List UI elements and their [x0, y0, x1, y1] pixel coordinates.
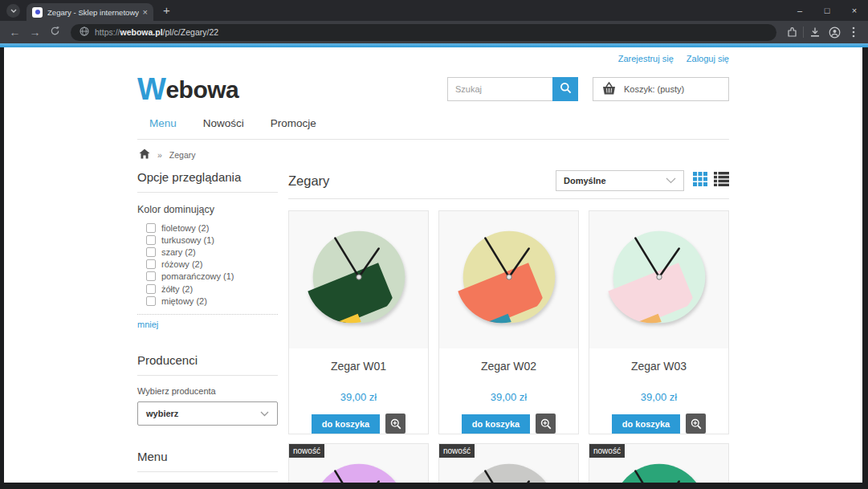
show-less-link[interactable]: mniej: [137, 320, 278, 329]
producers-title: Producenci: [137, 353, 278, 376]
checkbox[interactable]: [146, 296, 156, 306]
filters-title: Opcje przeglądania: [137, 170, 278, 193]
clock-image: [295, 217, 422, 344]
breadcrumb-current: Zegary: [169, 150, 196, 160]
quick-view-button[interactable]: [385, 414, 405, 434]
product-image-link[interactable]: [589, 211, 728, 348]
grid-view-icon[interactable]: [693, 172, 707, 189]
main-content: Zegary Domyślne: [288, 170, 729, 483]
product-name[interactable]: Zegar W01: [331, 360, 386, 373]
product-card: Zegar W0339,00 złdo koszyka: [589, 210, 729, 434]
reload-icon[interactable]: [45, 26, 65, 39]
product-price: 39,00 zł: [340, 391, 377, 403]
main-nav: MenuNowościPromocje: [137, 108, 729, 140]
clock-image: [596, 217, 723, 344]
sidebar: Opcje przeglądania Kolor dominujący fiol…: [137, 170, 278, 483]
product-name[interactable]: Zegar W02: [481, 360, 536, 373]
color-filter-label[interactable]: miętowy (2): [161, 296, 207, 306]
checkbox[interactable]: [146, 235, 156, 245]
quick-view-button[interactable]: [536, 414, 556, 434]
account-links: Zarejestruj się Zaloguj się: [137, 51, 729, 63]
sidebar-menu-ubrania[interactable]: Ubrania: [137, 482, 278, 483]
tab-close-icon[interactable]: ×: [143, 7, 148, 17]
search-icon: [560, 82, 572, 96]
product-price: 39,00 zł: [641, 391, 678, 403]
url-bar[interactable]: https://webowa.pl/pl/c/Zegary/22: [71, 24, 776, 41]
checkbox[interactable]: [146, 259, 156, 269]
color-filter-item: miętowy (2): [137, 295, 278, 307]
color-filter-label[interactable]: różowy (2): [161, 259, 202, 269]
add-to-cart-button[interactable]: do koszyka: [312, 414, 380, 434]
zoom-icon: [540, 418, 552, 430]
nav-item-nowości[interactable]: Nowości: [203, 117, 244, 129]
add-to-cart-button[interactable]: do koszyka: [612, 414, 680, 434]
page-viewport: Zarejestruj się Zaloguj się Webowa Koszy…: [4, 47, 862, 483]
color-filter-label[interactable]: fioletowy (2): [161, 223, 209, 233]
new-tab-button[interactable]: +: [163, 3, 170, 17]
checkbox[interactable]: [146, 223, 156, 233]
menu-kebab-icon[interactable]: [844, 26, 863, 38]
producer-select-value: wybierz: [146, 409, 178, 418]
color-filter-item: szary (2): [137, 246, 278, 258]
color-filter-item: pomarańczowy (1): [137, 271, 278, 283]
tab-search-button[interactable]: [6, 4, 20, 18]
product-actions: do koszyka: [612, 414, 706, 434]
product-actions: do koszyka: [462, 414, 556, 434]
product-price: 39,00 zł: [491, 391, 528, 403]
color-filter-label[interactable]: pomarańczowy (1): [161, 271, 234, 281]
product-card: nowość do koszyka: [438, 443, 579, 483]
checkbox[interactable]: [146, 247, 156, 257]
browser-tab[interactable]: Zegary - Sklep internetowy ×: [26, 3, 153, 21]
new-badge: nowość: [589, 444, 625, 458]
minimize-button[interactable]: –: [786, 0, 813, 21]
checkbox[interactable]: [146, 284, 156, 294]
product-image-link[interactable]: [439, 211, 578, 348]
new-badge: nowość: [289, 444, 324, 458]
register-link[interactable]: Zarejestruj się: [618, 54, 674, 63]
color-filter-label[interactable]: żółty (2): [161, 284, 193, 294]
producer-select[interactable]: wybierz: [137, 401, 278, 426]
page-title: Zegary: [288, 173, 329, 189]
maximize-button[interactable]: □: [813, 0, 841, 21]
home-icon[interactable]: [139, 149, 150, 161]
product-actions: do koszyka: [312, 414, 405, 434]
color-filter-label[interactable]: szary (2): [161, 247, 196, 257]
profile-icon[interactable]: [825, 26, 844, 39]
product-grid: Zegar W0139,00 złdo koszyka Zegar W0239,…: [288, 210, 729, 483]
forward-icon[interactable]: →: [25, 26, 45, 39]
breadcrumb: » Zegary: [137, 140, 729, 168]
site-logo[interactable]: Webowa: [137, 74, 238, 104]
search-input[interactable]: [447, 77, 552, 101]
tab-title: Zegary - Sklep internetowy: [47, 8, 139, 17]
url-domain: webowa.pl: [120, 27, 163, 37]
nav-item-promocje[interactable]: Promocje: [271, 117, 316, 129]
add-to-cart-button[interactable]: do koszyka: [462, 414, 530, 434]
basket-button[interactable]: Koszyk: (pusty): [593, 77, 729, 101]
downloads-icon[interactable]: [805, 26, 825, 38]
quick-view-button[interactable]: [686, 414, 706, 434]
login-link[interactable]: Zaloguj się: [687, 54, 729, 63]
product-card: nowość do koszyka: [288, 443, 429, 483]
zoom-icon: [691, 418, 702, 430]
list-view-icon[interactable]: [714, 172, 729, 189]
color-filter-list: fioletowy (2)turkusowy (1)szary (2)różow…: [137, 222, 278, 307]
logo-text: ebowa: [165, 76, 238, 103]
filter-divider: [137, 314, 278, 315]
new-badge: nowość: [439, 444, 475, 458]
nav-item-menu[interactable]: Menu: [149, 117, 177, 129]
close-button[interactable]: ×: [841, 0, 868, 21]
color-filter-item: turkusowy (1): [137, 234, 278, 246]
back-icon[interactable]: ←: [5, 26, 25, 39]
color-filter-label[interactable]: turkusowy (1): [161, 235, 214, 245]
site-info-icon[interactable]: [79, 26, 89, 38]
logo-letter: W: [137, 72, 165, 106]
chevron-down-icon: [260, 409, 269, 418]
sort-select[interactable]: Domyślne: [556, 170, 684, 191]
window-controls: – □ ×: [786, 0, 868, 21]
checkbox[interactable]: [146, 271, 156, 281]
search-button[interactable]: [552, 77, 578, 101]
product-image-link[interactable]: [289, 211, 428, 348]
product-name[interactable]: Zegar W03: [631, 360, 687, 373]
producer-select-label: Wybierz producenta: [137, 386, 278, 396]
extensions-icon[interactable]: [782, 26, 801, 38]
